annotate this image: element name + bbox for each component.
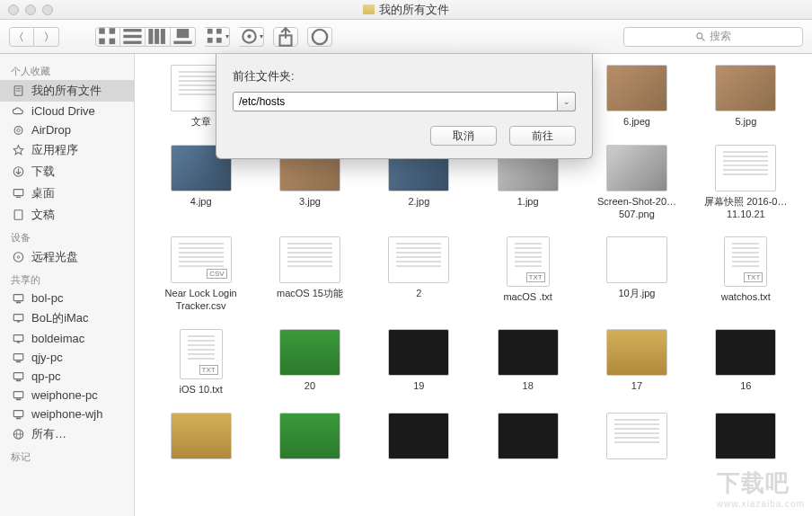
sidebar-item[interactable]: bol-pc [0,289,134,307]
file-item[interactable]: 屏幕快照 2016-0…11.10.21 [694,145,798,221]
icon-view-button[interactable] [95,27,120,47]
file-thumbnail [388,413,449,459]
file-name: 16 [740,380,751,393]
list-view-button[interactable] [120,27,146,47]
svg-rect-5 [123,35,141,38]
file-item[interactable] [694,413,798,464]
file-thumbnail [279,236,340,283]
sidebar-item-label: qp-pc [31,369,61,383]
file-item[interactable]: iOS 10.txt [149,329,252,396]
sidebar-item[interactable]: weiphone-pc [0,386,134,405]
sidebar-item[interactable]: AirDrop [0,120,134,139]
sidebar-section-header: 设备 [0,226,134,246]
svg-point-20 [697,32,702,38]
pc-icon [11,292,25,305]
file-name: macOS 15功能 [277,288,343,300]
svg-point-19 [313,29,327,43]
window-title-text: 我的所有文件 [379,2,449,18]
search-input[interactable]: 搜索 [623,27,803,47]
sidebar: 个人收藏我的所有文件iCloud DriveAirDrop应用程序下载桌面文稿设… [0,54,135,516]
file-thumbnail [715,145,776,191]
svg-rect-35 [13,315,23,321]
svg-rect-42 [15,398,20,400]
file-item[interactable]: macOS 15功能 [258,236,361,313]
file-thumbnail [606,413,667,459]
sidebar-item[interactable]: weiphone-wjh [0,405,134,423]
sidebar-item[interactable]: 所有… [0,423,134,445]
svg-rect-2 [99,38,105,44]
tags-button[interactable] [307,27,332,47]
sidebar-section-header: 共享的 [0,268,134,289]
svg-point-26 [16,129,20,132]
sidebar-item[interactable]: boldeimac [0,329,134,348]
file-thumbnail [606,65,667,111]
share-button[interactable] [273,27,298,47]
minimize-icon[interactable] [25,4,36,15]
sidebar-item[interactable]: 我的所有文件 [0,80,134,102]
arrange-button[interactable]: ▾ [205,27,230,47]
sidebar-item[interactable]: 桌面 [0,182,134,204]
cancel-button[interactable]: 取消 [430,126,497,146]
globe-icon [11,428,25,440]
action-group: ▾ [239,27,264,47]
sidebar-item-label: iCloud Drive [31,104,95,118]
sidebar-item[interactable]: 下载 [0,161,134,182]
file-item[interactable] [476,413,579,464]
file-item[interactable]: macOS .txt [476,236,579,313]
file-item[interactable]: 2 [367,236,471,313]
file-item[interactable]: 18 [476,329,579,396]
search-icon [695,31,706,42]
file-item[interactable] [149,413,252,464]
file-item[interactable] [367,413,471,464]
file-name: watchos.txt [721,291,771,304]
maximize-icon[interactable] [42,4,53,15]
back-button[interactable]: 〈 [9,27,34,47]
sidebar-item[interactable]: 文稿 [0,204,134,226]
imac-icon [11,333,25,345]
svg-rect-11 [173,41,191,44]
coverflow-view-button[interactable] [171,27,196,47]
svg-point-31 [13,253,23,262]
svg-rect-37 [13,353,23,360]
forward-button[interactable]: 〉 [34,27,59,47]
svg-rect-8 [154,29,159,44]
file-thumbnail [388,236,449,283]
file-item[interactable]: 20 [258,329,361,396]
file-item[interactable]: 16 [694,329,798,396]
svg-rect-15 [216,38,222,43]
file-item[interactable]: 10月.jpg [585,236,688,313]
file-item[interactable]: 17 [585,329,688,396]
doc-icon [11,85,25,97]
window-controls [8,4,53,15]
file-item[interactable]: 19 [367,329,471,396]
sidebar-item-label: AirDrop [31,123,71,137]
file-item[interactable]: Screen-Shot-20…507.png [585,145,688,221]
sidebar-item[interactable]: qp-pc [0,367,134,386]
toolbar: 〈 〉 ▾ ▾ 搜索 [0,20,812,54]
file-name: 6.jpeg [623,116,650,129]
column-view-button[interactable] [146,27,171,47]
sidebar-item[interactable]: iCloud Drive [0,102,134,120]
close-icon[interactable] [8,4,19,15]
combo-dropdown-button[interactable]: ⌄ [558,92,576,111]
file-item[interactable]: 5.jpg [694,65,798,129]
file-item[interactable] [585,413,688,464]
sidebar-item-label: 应用程序 [31,142,78,158]
go-button[interactable]: 前往 [509,126,576,146]
path-input[interactable] [233,92,558,111]
sidebar-item[interactable]: 应用程序 [0,139,134,161]
sidebar-item[interactable]: 远程光盘 [0,246,134,268]
sidebar-item[interactable]: qjy-pc [0,348,134,367]
action-button[interactable]: ▾ [239,27,264,47]
apps-icon [11,144,25,156]
svg-line-21 [702,38,705,40]
file-item[interactable]: 6.jpeg [585,65,688,129]
file-name: 10月.jpg [619,288,656,300]
file-item[interactable] [258,413,361,464]
file-item[interactable]: Near Lock Login Tracker.csv [149,236,252,313]
svg-rect-1 [110,28,116,34]
sidebar-section-header: 个人收藏 [0,59,134,80]
sidebar-item-label: weiphone-wjh [31,407,103,421]
file-item[interactable]: watchos.txt [694,236,798,313]
sidebar-item[interactable]: BoL的iMac [0,307,134,329]
